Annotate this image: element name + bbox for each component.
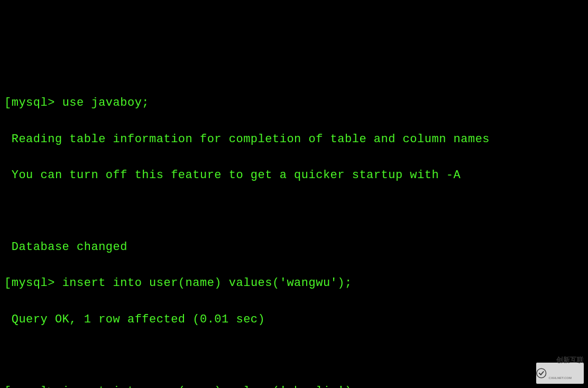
watermark-logo: 创新互联 CXHLNET.COM xyxy=(536,363,584,384)
info-message: Reading table information for completion… xyxy=(12,133,490,146)
sql-command: insert into user(name) values('wangwu'); xyxy=(62,276,352,290)
sql-command: use javaboy; xyxy=(62,96,149,109)
mysql-prompt: mysql> xyxy=(12,385,55,388)
command-line: [mysql> insert into user(name) values('z… xyxy=(0,383,588,388)
result-message: Query OK, 1 row affected (0.01 sec) xyxy=(12,313,265,326)
mysql-prompt: mysql> xyxy=(12,276,55,290)
command-line: [mysql> insert into user(name) values('w… xyxy=(0,274,588,292)
svg-point-0 xyxy=(537,368,546,378)
output-line: Query OK, 1 row affected (0.01 sec) xyxy=(0,311,588,329)
blank-line xyxy=(0,347,588,365)
info-message: You can turn off this feature to get a q… xyxy=(12,169,461,182)
logo-icon xyxy=(536,366,547,380)
bracket-icon: [ xyxy=(4,385,12,388)
status-message: Database changed xyxy=(12,241,127,254)
output-line: You can turn off this feature to get a q… xyxy=(0,167,588,184)
bracket-icon: [ xyxy=(4,276,12,290)
bracket-icon: [ xyxy=(4,96,12,109)
output-line: Database changed xyxy=(0,238,588,256)
watermark-brand: 创新互联 xyxy=(556,356,584,364)
mysql-prompt: mysql> xyxy=(12,96,55,109)
sql-command: insert into user(name) values('zhaoliu')… xyxy=(62,385,360,388)
watermark-url: CXHLNET.COM xyxy=(549,376,584,381)
blank-line xyxy=(0,202,588,220)
command-line: [mysql> use javaboy; xyxy=(0,94,588,112)
output-line: Reading table information for completion… xyxy=(0,131,588,149)
terminal-output: [mysql> use javaboy; Reading table infor… xyxy=(0,76,588,388)
